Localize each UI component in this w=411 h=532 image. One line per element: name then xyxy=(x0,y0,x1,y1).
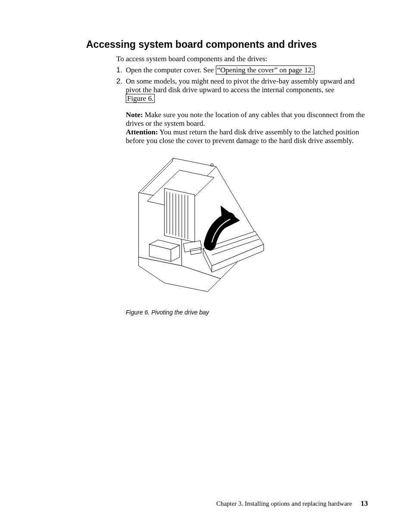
cross-reference-link[interactable]: Figure 6. xyxy=(126,94,155,103)
note-label: Note: xyxy=(126,111,143,119)
page-footer: Chapter 3. Installing options and replac… xyxy=(216,499,368,508)
footer-page-number: 13 xyxy=(361,499,368,507)
list-item: 1. Open the computer cover. See “Opening… xyxy=(116,66,368,75)
figure-illustration xyxy=(126,154,268,305)
footer-chapter-text: Chapter 3. Installing options and replac… xyxy=(216,500,352,507)
document-page: Accessing system board components and dr… xyxy=(0,0,411,532)
figure-caption: Figure 6. Pivoting the drive bay xyxy=(126,309,368,316)
cross-reference-link[interactable]: “Opening the cover” on page 12. xyxy=(216,65,315,75)
list-item-body: Open the computer cover. See “Opening th… xyxy=(126,66,368,75)
section-heading: Accessing system board components and dr… xyxy=(86,39,368,50)
attention-block: Attention: You must return the hard disk… xyxy=(126,128,368,145)
ordered-list: 1. Open the computer cover. See “Opening… xyxy=(116,66,368,145)
attention-label: Attention: xyxy=(126,128,158,136)
attention-text: You must return the hard disk drive asse… xyxy=(126,128,359,145)
list-item-number: 1. xyxy=(116,66,126,75)
list-item: 2. On some models, you might need to piv… xyxy=(116,77,368,145)
list-item-text: On some models, you might need to pivot … xyxy=(126,77,355,94)
list-item-body: On some models, you might need to pivot … xyxy=(126,77,368,145)
figure-block: Figure 6. Pivoting the drive bay xyxy=(126,154,368,316)
note-block: Note: Make sure you note the location of… xyxy=(126,111,368,128)
note-text: Make sure you note the location of any c… xyxy=(126,111,365,128)
intro-text: To access system board components and th… xyxy=(116,55,368,63)
list-item-number: 2. xyxy=(116,77,126,145)
svg-marker-9 xyxy=(165,188,195,242)
list-item-text: Open the computer cover. See xyxy=(126,66,216,74)
